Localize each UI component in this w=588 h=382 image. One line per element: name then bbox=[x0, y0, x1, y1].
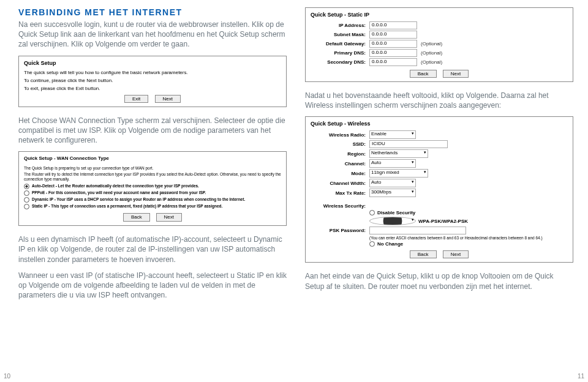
wan-l1: The Quick Setup is preparing to set up y… bbox=[24, 166, 281, 171]
after-static-text: Nadat u het bovenstaande heeft voltooid,… bbox=[305, 91, 573, 110]
page-number-right: 11 bbox=[578, 373, 584, 380]
wireless-radio-select[interactable]: Enable bbox=[369, 130, 416, 139]
region-label: Region: bbox=[311, 151, 369, 157]
mid-text: Het Choose WAN Connection Type scherm za… bbox=[18, 116, 287, 146]
section-heading: VERBINDING MET HET INTERNET bbox=[18, 7, 287, 17]
mode-select[interactable]: 11bgn mixed bbox=[369, 169, 428, 178]
region-select[interactable]: Netherlands bbox=[369, 149, 428, 158]
psk-password-input[interactable] bbox=[369, 227, 466, 234]
secondary-dns-input[interactable]: 0.0.0.0 bbox=[369, 58, 417, 66]
qs-line1: The quick setup will tell you how to con… bbox=[24, 70, 281, 75]
subnet-mask-input[interactable]: 0.0.0.0 bbox=[369, 31, 417, 39]
psk-password-label: PSK Password: bbox=[311, 228, 369, 233]
ip-address-input[interactable]: 0.0.0.0 bbox=[369, 21, 417, 29]
quick-setup-panel: Quick Setup The quick setup will tell yo… bbox=[18, 56, 287, 107]
security-no-change[interactable]: No Change bbox=[311, 241, 568, 247]
wireless-security-label: Wireless Security: bbox=[311, 203, 369, 209]
radio-icon bbox=[369, 210, 375, 215]
radio-icon bbox=[24, 184, 29, 189]
subnet-mask-label: Subnet Mask: bbox=[311, 32, 369, 37]
radio-icon bbox=[369, 241, 375, 247]
ssid-input[interactable]: ICIDU bbox=[369, 140, 448, 148]
optional-note: (Optional) bbox=[421, 59, 442, 65]
channel-label: Channel: bbox=[311, 161, 369, 167]
panel-title: Quick Setup bbox=[24, 60, 281, 66]
wireless-radio-label: Wireless Radio: bbox=[311, 132, 369, 138]
security-disable[interactable]: Disable Security bbox=[311, 210, 568, 215]
panel-title: Quick Setup - Wireless bbox=[311, 121, 568, 127]
channel-width-label: Channel Width: bbox=[311, 181, 369, 186]
max-tx-rate-label: Max Tx Rate: bbox=[311, 190, 369, 196]
ip-address-label: IP Address: bbox=[311, 23, 369, 28]
wan-static-ip[interactable]: Static IP - This type of connection uses… bbox=[24, 204, 281, 209]
wireless-panel: Quick Setup - Wireless Wireless Radio:En… bbox=[305, 116, 573, 263]
optional-note: (Optional) bbox=[421, 41, 442, 47]
panel-title: Quick Setup - WAN Connection Type bbox=[24, 155, 281, 162]
wan-pppoe[interactable]: PPPoE - For this connection, you will ne… bbox=[24, 190, 281, 196]
page-number-left: 10 bbox=[4, 373, 10, 380]
default-gateway-input[interactable]: 0.0.0.0 bbox=[369, 40, 417, 48]
wan-dynamic-ip[interactable]: Dynamic IP - Your ISP uses a DHCP servic… bbox=[24, 197, 281, 203]
closing-text: Aan het einde van de Quick Setup, klikt … bbox=[305, 271, 573, 291]
optional-note: (Optional) bbox=[421, 50, 442, 56]
ssid-label: SSID: bbox=[311, 141, 369, 147]
radio-icon bbox=[369, 217, 416, 225]
channel-width-select[interactable]: Auto bbox=[369, 179, 416, 187]
wan-auto-detect[interactable]: Auto-Detect - Let the Router automatical… bbox=[24, 184, 281, 189]
qs-line2: To continue, please click the Next butto… bbox=[24, 78, 281, 83]
radio-icon bbox=[24, 197, 29, 203]
no-change-label: No Change bbox=[377, 241, 403, 247]
wpa-label: WPA-PSK/WPA2-PSK bbox=[418, 219, 468, 224]
back-button[interactable]: Back bbox=[410, 250, 437, 258]
primary-dns-label: Primary DNS: bbox=[311, 50, 369, 56]
next-button[interactable]: Next bbox=[443, 70, 469, 78]
radio-icon bbox=[24, 190, 29, 196]
panel-title: Quick Setup - Static IP bbox=[311, 12, 568, 18]
next-button[interactable]: Next bbox=[156, 213, 182, 222]
intro-text: Na een succesvolle login, kunt u de rout… bbox=[18, 20, 287, 50]
mode-label: Mode: bbox=[311, 171, 369, 176]
radio-icon bbox=[24, 204, 29, 209]
next-button[interactable]: Next bbox=[155, 95, 181, 103]
wan-l2: The Router will try to detect the Intern… bbox=[24, 172, 281, 182]
secondary-dns-label: Secondary DNS: bbox=[311, 59, 369, 65]
channel-select[interactable]: Auto bbox=[369, 159, 416, 168]
back-button[interactable]: Back bbox=[123, 213, 150, 222]
after-wan-2: Wanneer u een vast IP (of statische IP)-… bbox=[18, 271, 287, 301]
static-ip-panel: Quick Setup - Static IP IP Address:0.0.0… bbox=[305, 7, 573, 82]
default-gateway-label: Default Gateway: bbox=[311, 41, 369, 47]
next-button[interactable]: Next bbox=[443, 250, 469, 258]
after-wan-1: Als u een dynamisch IP heeft (of automat… bbox=[18, 234, 287, 264]
psk-note: (You can enter ASCII characters between … bbox=[369, 236, 543, 240]
wan-type-panel: Quick Setup - WAN Connection Type The Qu… bbox=[18, 151, 287, 226]
exit-button[interactable]: Exit bbox=[124, 95, 148, 103]
security-wpa[interactable]: WPA-PSK/WPA2-PSK bbox=[311, 217, 568, 225]
disable-security-label: Disable Security bbox=[377, 210, 415, 215]
back-button[interactable]: Back bbox=[410, 70, 437, 78]
max-tx-rate-select[interactable]: 300Mbps bbox=[369, 189, 416, 197]
qs-line3: To exit, please click the Exit button. bbox=[24, 86, 281, 91]
primary-dns-input[interactable]: 0.0.0.0 bbox=[369, 49, 417, 57]
